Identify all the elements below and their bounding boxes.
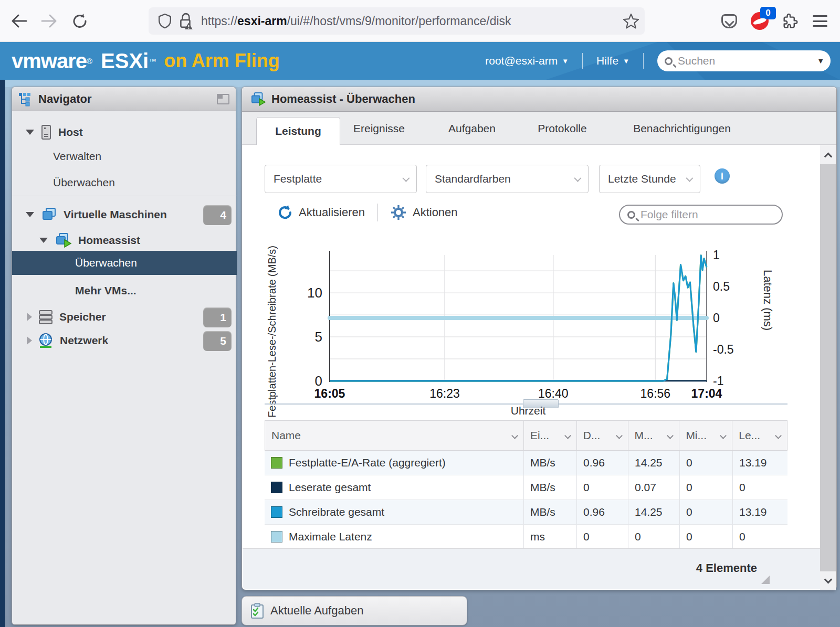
metric-select[interactable]: Festplatte bbox=[265, 165, 417, 193]
extensions-puzzle-icon[interactable] bbox=[782, 13, 799, 29]
menu-hamburger-icon[interactable] bbox=[813, 15, 827, 27]
chart-actions: Aktualisieren Aktionen bbox=[278, 204, 458, 221]
svg-text:16:56: 16:56 bbox=[640, 387, 671, 400]
navigator-title: Navigator bbox=[38, 92, 217, 106]
sidebar-item-network[interactable]: Netzwerk 5 bbox=[12, 330, 237, 351]
network-icon bbox=[38, 333, 54, 348]
table-row[interactable]: Festplatte-E/A-Rate (aggregiert) MB/s0.9… bbox=[265, 451, 788, 475]
search-dropdown-arrow[interactable]: ▼ bbox=[817, 57, 824, 65]
search-icon bbox=[627, 211, 635, 219]
column-header-unit[interactable]: Ei... bbox=[524, 421, 577, 450]
series-color-swatch bbox=[271, 482, 282, 493]
sidebar-item-host[interactable]: Host bbox=[12, 122, 237, 143]
performance-chart: 051010.50-0.5-116:0516:2316:4016:5617:04 bbox=[263, 225, 736, 420]
sidebar-item-storage[interactable]: Speicher 1 bbox=[12, 306, 237, 327]
page-title: Homeassist - Überwachen bbox=[271, 92, 415, 106]
vm-icon bbox=[250, 92, 266, 107]
tab-benachrichtigungen[interactable]: Benachrichtigungen bbox=[627, 112, 737, 145]
panel-popout-icon[interactable] bbox=[217, 94, 229, 104]
gear-icon bbox=[391, 205, 406, 220]
actions-button[interactable]: Aktionen bbox=[413, 206, 458, 219]
sidebar-item-homeassist[interactable]: Homeassist bbox=[12, 230, 237, 251]
scrollbar-thumb[interactable] bbox=[820, 164, 836, 571]
extension-icon[interactable]: 0 bbox=[751, 12, 769, 30]
url-text: https://esxi-arm/ui/#/host/vms/9/monitor… bbox=[201, 14, 623, 28]
vertical-scrollbar[interactable] bbox=[820, 145, 836, 590]
main-panel: Homeassist - Überwachen Leistung Ereigni… bbox=[242, 87, 837, 590]
chevron-down-icon[interactable] bbox=[667, 432, 674, 439]
window-edge bbox=[0, 80, 5, 627]
insecure-lock-icon[interactable] bbox=[178, 13, 194, 29]
extension-badge: 0 bbox=[760, 7, 776, 19]
scroll-down-button[interactable] bbox=[820, 571, 836, 590]
svg-text:16:05: 16:05 bbox=[314, 387, 345, 400]
tracking-shield-icon[interactable] bbox=[158, 13, 172, 29]
chevron-down-icon[interactable] bbox=[616, 432, 623, 439]
chevron-down-icon[interactable] bbox=[564, 432, 571, 439]
column-header-avg[interactable]: D... bbox=[577, 421, 628, 450]
help-menu[interactable]: Hilfe▼ bbox=[596, 55, 629, 67]
user-menu[interactable]: root@esxi-arm▼ bbox=[485, 55, 569, 67]
table-row[interactable]: Maximale Latenz ms0000 bbox=[265, 525, 788, 549]
metrics-table: Name Ei... D... M... Mi... Le... Festpla… bbox=[265, 420, 788, 549]
chevron-down-icon[interactable] bbox=[775, 432, 782, 439]
sidebar-item-verwalten[interactable]: Verwalten bbox=[12, 146, 237, 167]
color-scheme-select[interactable]: Standardfarben bbox=[426, 165, 589, 193]
info-icon[interactable]: i bbox=[715, 168, 730, 184]
chevron-down-icon bbox=[574, 175, 581, 182]
series-filter-input[interactable]: Folge filtern bbox=[619, 205, 783, 225]
recent-tasks-button[interactable]: Aktuelle Aufgaben bbox=[242, 596, 467, 625]
navigator-panel: Navigator Host Verwalten Überwachen Virt… bbox=[12, 87, 236, 625]
series-color-swatch bbox=[271, 506, 282, 518]
chevron-down-icon bbox=[686, 175, 693, 182]
search-icon bbox=[665, 57, 673, 65]
esxi-window: https://esxi-arm/ui/#/host/vms/9/monitor… bbox=[0, 0, 840, 627]
collapse-arrow-icon[interactable] bbox=[27, 336, 32, 345]
navigator-tree-icon bbox=[18, 92, 33, 107]
expand-arrow-icon[interactable] bbox=[26, 212, 34, 217]
tab-ereignisse[interactable]: Ereignisse bbox=[350, 112, 408, 145]
refresh-button[interactable]: Aktualisieren bbox=[299, 206, 365, 219]
collapse-arrow-icon[interactable] bbox=[27, 313, 32, 321]
reload-button[interactable] bbox=[68, 9, 91, 33]
column-header-name[interactable]: Name bbox=[265, 421, 524, 450]
svg-text:5: 5 bbox=[315, 329, 322, 345]
url-bar[interactable]: https://esxi-arm/ui/#/host/vms/9/monitor… bbox=[149, 7, 645, 35]
tasks-clipboard-icon bbox=[250, 603, 264, 619]
column-header-max[interactable]: M... bbox=[628, 421, 680, 450]
chevron-down-icon[interactable] bbox=[720, 432, 727, 439]
tab-protokolle[interactable]: Protokolle bbox=[535, 112, 590, 145]
forward-button[interactable] bbox=[38, 9, 61, 33]
global-search-input[interactable]: Suchen ▼ bbox=[657, 50, 831, 71]
table-header-row: Name Ei... D... M... Mi... Le... bbox=[265, 420, 788, 451]
pocket-icon[interactable] bbox=[721, 14, 737, 28]
tab-aufgaben[interactable]: Aufgaben bbox=[446, 112, 498, 145]
svg-text:16:23: 16:23 bbox=[429, 387, 460, 400]
sidebar-item-virtual-machines[interactable]: Virtuelle Maschinen 4 bbox=[12, 204, 237, 225]
expand-arrow-icon[interactable] bbox=[26, 130, 34, 135]
sidebar-item-more-vms[interactable]: Mehr VMs... bbox=[12, 280, 237, 301]
table-footer: 4 Elemente bbox=[243, 548, 820, 589]
expand-arrow-icon[interactable] bbox=[39, 238, 48, 243]
vm-count-badge: 4 bbox=[203, 205, 232, 225]
table-row[interactable]: Schreibrate gesamt MB/s0.9614.25013.19 bbox=[265, 500, 788, 525]
tab-leistung[interactable]: Leistung bbox=[256, 117, 340, 145]
time-range-select[interactable]: Letzte Stunde bbox=[599, 165, 700, 193]
column-header-latest[interactable]: Le... bbox=[732, 421, 787, 450]
column-header-min[interactable]: Mi... bbox=[679, 421, 732, 450]
chevron-down-icon bbox=[402, 175, 410, 182]
table-row[interactable]: Leserate gesamt MB/s00.0700 bbox=[265, 475, 788, 500]
back-button[interactable] bbox=[7, 9, 30, 33]
bookmark-star-icon[interactable] bbox=[623, 13, 639, 29]
tab-bar: Leistung Ereignisse Aufgaben Protokolle … bbox=[242, 112, 836, 145]
resize-grip[interactable] bbox=[761, 576, 770, 584]
network-count-badge: 5 bbox=[203, 331, 232, 351]
navigator-header: Navigator bbox=[12, 87, 236, 111]
sidebar-item-host-ueberwachen[interactable]: Überwachen bbox=[12, 172, 237, 193]
chevron-down-icon[interactable] bbox=[511, 432, 518, 439]
svg-text:16:40: 16:40 bbox=[538, 387, 569, 400]
sidebar-item-vm-ueberwachen-selected[interactable]: Überwachen bbox=[12, 251, 237, 275]
series-color-swatch bbox=[271, 457, 282, 469]
scroll-up-button[interactable] bbox=[820, 145, 836, 164]
chart-right-axis-label: Latenz (ms) bbox=[761, 270, 774, 331]
